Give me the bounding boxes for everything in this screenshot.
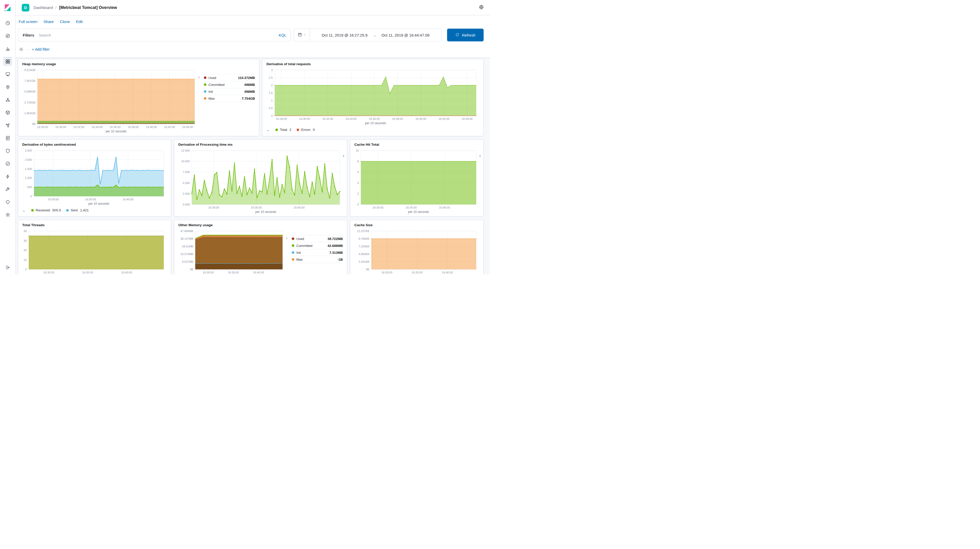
x-tick-label: 16:30:00 (208, 206, 219, 209)
y-tick-label: 2,000 (25, 158, 32, 161)
legend-item-total[interactable]: Total2 (275, 128, 291, 132)
panel-title[interactable]: Derivative of total requests (262, 59, 484, 67)
breadcrumb-dashboard[interactable]: Dashboard (33, 5, 53, 10)
filters-button[interactable]: Filters (18, 29, 39, 41)
search-bar: Filters KQL (18, 29, 291, 41)
x-tick-label: 16:38:00 (128, 126, 139, 129)
legend-item-used[interactable]: Used39.722MB (292, 235, 343, 242)
panel-threads: Total Threads40302010016:30:0016:35:0016… (18, 220, 171, 274)
x-tick-label: 16:35:00 (82, 271, 93, 274)
panel-title[interactable]: Derivative of bytes sent/received (18, 140, 171, 148)
toolbar-link-share[interactable]: Share (43, 19, 54, 24)
sidebar-item-machine-learning[interactable] (3, 95, 12, 104)
date-range-arrow: → (372, 33, 376, 37)
legend-item-used[interactable]: Used110.372MB (204, 74, 255, 81)
legend-item-sent[interactable]: Sent1,421 (66, 208, 89, 212)
sidebar-item-management[interactable] (3, 210, 12, 219)
legend-item-max[interactable]: Max-1B (292, 256, 343, 263)
legend-item-max[interactable]: Max7.754GB (204, 95, 255, 102)
y-tick-label: 0B (32, 123, 35, 126)
y-tick-label: 47.684MB (180, 230, 193, 233)
sidebar-item-stack-monitoring[interactable] (3, 197, 12, 206)
panel-heap: Heap memory usage9.313GB7.451GB5.588GB3.… (18, 59, 259, 136)
refresh-button[interactable]: Refresh (447, 29, 484, 41)
x-tick-label: 16:40:00 (121, 271, 132, 274)
panel-title[interactable]: Heap memory usage (18, 59, 259, 67)
y-tick-label: 12.500 (181, 149, 190, 152)
sidebar-item-graph[interactable] (3, 121, 12, 130)
legend-collapse-icon[interactable]: ⌄ (266, 128, 270, 132)
chart-heap: 9.313GB7.451GB5.588GB3.725GB1.863GB0B16:… (22, 67, 198, 134)
sidebar-item-dev-tools[interactable] (3, 185, 12, 194)
legend-expand-icon[interactable]: › (198, 74, 204, 102)
sidebar-item-recently-viewed[interactable] (3, 18, 12, 28)
panel-title[interactable]: Other Memory usage (174, 220, 347, 228)
legend-item-init[interactable]: Init7.313MB (292, 249, 343, 256)
chart-side-legend: ›Used39.722MBCommitted42.688MBInit7.313M… (286, 228, 343, 263)
y-tick-label: 1,000 (25, 176, 32, 179)
toolbar-link-clone[interactable]: Clone (60, 19, 70, 24)
legend-collapse-icon[interactable]: ⌄ (22, 208, 25, 212)
x-tick-label: 16:32:00 (73, 126, 84, 129)
legend-value: 110.372MB (238, 76, 255, 80)
y-tick-label: 0 (357, 203, 359, 206)
legend-label: Committed (208, 83, 242, 87)
sidebar-item-discover[interactable] (3, 31, 12, 40)
sidebar (0, 0, 16, 274)
date-picker-button[interactable] (294, 29, 310, 41)
help-icon[interactable] (479, 5, 484, 11)
kql-toggle[interactable]: KQL (275, 33, 291, 37)
x-axis-title: per 10 seconds (255, 210, 276, 214)
add-filter-link[interactable]: + Add filter (32, 47, 49, 51)
legend-dot (204, 77, 207, 79)
date-range: Oct 11, 2019 @ 16:27:25.9 → Oct 11, 2019… (310, 33, 441, 37)
y-tick-label: 10 (356, 149, 359, 152)
sidebar-item-infrastructure[interactable] (3, 108, 12, 117)
sidebar-item-apm[interactable] (3, 172, 12, 181)
legend-collapse-icon[interactable]: ‹ (479, 153, 481, 158)
panel-title[interactable]: Total Threads (18, 220, 171, 228)
sidebar-item-visualize[interactable] (3, 44, 12, 53)
legend-value: 39.722MB (328, 237, 343, 241)
legend-item-errors[interactable]: Errors0 (297, 128, 315, 132)
legend-label: Init (296, 251, 327, 255)
chart-bottom-legend: ⌄Total2Errors0 (262, 126, 484, 132)
legend-item-committed[interactable]: Committed498MB (204, 81, 255, 88)
legend-collapse-icon[interactable]: ‹ (343, 153, 344, 158)
y-tick-label: 0.000 (183, 203, 190, 206)
space-badge[interactable]: D (22, 4, 29, 11)
sidebar-item-logs[interactable] (3, 133, 12, 143)
sidebar-item-dashboard[interactable] (3, 57, 12, 66)
sidebar-item-uptime[interactable] (3, 159, 12, 168)
date-to[interactable]: Oct 11, 2019 @ 16:44:47.09 (382, 33, 430, 37)
date-picker: Oct 11, 2019 @ 16:27:25.9 → Oct 11, 2019… (294, 29, 441, 41)
breadcrumb-separator: / (56, 5, 56, 10)
sidebar-item-maps[interactable] (3, 82, 12, 91)
y-tick-label: 10 (24, 259, 27, 262)
legend-item-received[interactable]: Received505.5 (31, 208, 61, 212)
x-tick-label: 16:40:00 (294, 206, 304, 209)
y-tick-label: 30 (24, 239, 27, 242)
panel-title[interactable]: Derivative of Processing time ms (174, 140, 347, 148)
legend-item-committed[interactable]: Committed42.688MB (292, 242, 343, 249)
search-input[interactable] (39, 29, 275, 41)
toolbar-link-edit[interactable]: Edit (76, 19, 83, 24)
x-axis-title: per 10 seconds (365, 121, 386, 125)
legend-label: Committed (296, 244, 326, 248)
legend-item-init[interactable]: Init498MB (204, 88, 255, 95)
filter-options-gear-icon[interactable] (19, 47, 24, 52)
y-tick-label: 4.883KB (358, 252, 369, 255)
toolbar-link-full-screen[interactable]: Full screen (19, 19, 37, 24)
sidebar-collapse-button[interactable] (3, 263, 12, 272)
legend-expand-icon[interactable]: › (286, 235, 292, 263)
refresh-icon (455, 33, 459, 38)
filter-separator: — (26, 48, 29, 51)
panel-title[interactable]: Cache Hit Total (350, 140, 484, 148)
sidebar-item-siem[interactable] (3, 146, 12, 155)
kibana-logo[interactable] (0, 0, 15, 15)
panel-title[interactable]: Cache Size (350, 220, 484, 228)
legend-value: 42.688MB (328, 244, 343, 248)
sidebar-item-canvas[interactable] (3, 70, 12, 79)
legend-dot (204, 97, 207, 100)
date-from[interactable]: Oct 11, 2019 @ 16:27:25.9 (321, 33, 368, 37)
